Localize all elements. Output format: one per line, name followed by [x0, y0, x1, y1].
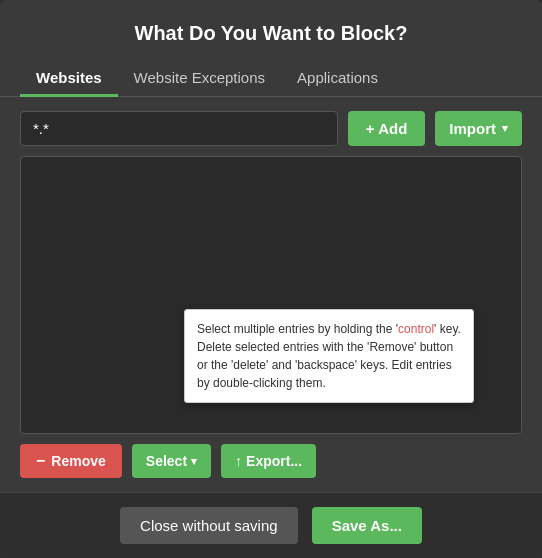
- tooltip-text: Select multiple entries by holding the '…: [197, 322, 461, 390]
- tab-applications[interactable]: Applications: [281, 61, 394, 96]
- footer: Close without saving Save As...: [0, 492, 542, 558]
- close-button[interactable]: Close without saving: [120, 507, 298, 544]
- import-button[interactable]: Import ▾: [435, 111, 522, 146]
- tab-website-exceptions[interactable]: Website Exceptions: [118, 61, 281, 96]
- block-list[interactable]: Select multiple entries by holding the '…: [20, 156, 522, 434]
- tooltip: Select multiple entries by holding the '…: [184, 309, 474, 403]
- export-button[interactable]: ↑ Export...: [221, 444, 316, 478]
- tabs: Websites Website Exceptions Applications: [0, 61, 542, 97]
- url-input[interactable]: [20, 111, 338, 146]
- minus-icon: −: [36, 453, 45, 469]
- tab-websites[interactable]: Websites: [20, 61, 118, 96]
- dialog-title: What Do You Want to Block?: [0, 0, 542, 61]
- tab-content: + Add Import ▾ Select multiple entries b…: [0, 97, 542, 492]
- action-row: − Remove Select ▾ ↑ Export...: [20, 444, 522, 492]
- input-row: + Add Import ▾: [20, 111, 522, 146]
- remove-button[interactable]: − Remove: [20, 444, 122, 478]
- select-button[interactable]: Select ▾: [132, 444, 211, 478]
- import-chevron-icon: ▾: [502, 122, 508, 135]
- tooltip-highlight: control: [398, 322, 434, 336]
- select-chevron-icon: ▾: [191, 455, 197, 468]
- dialog: What Do You Want to Block? Websites Webs…: [0, 0, 542, 558]
- saveas-button[interactable]: Save As...: [312, 507, 422, 544]
- add-button[interactable]: + Add: [348, 111, 426, 146]
- export-icon: ↑: [235, 453, 242, 469]
